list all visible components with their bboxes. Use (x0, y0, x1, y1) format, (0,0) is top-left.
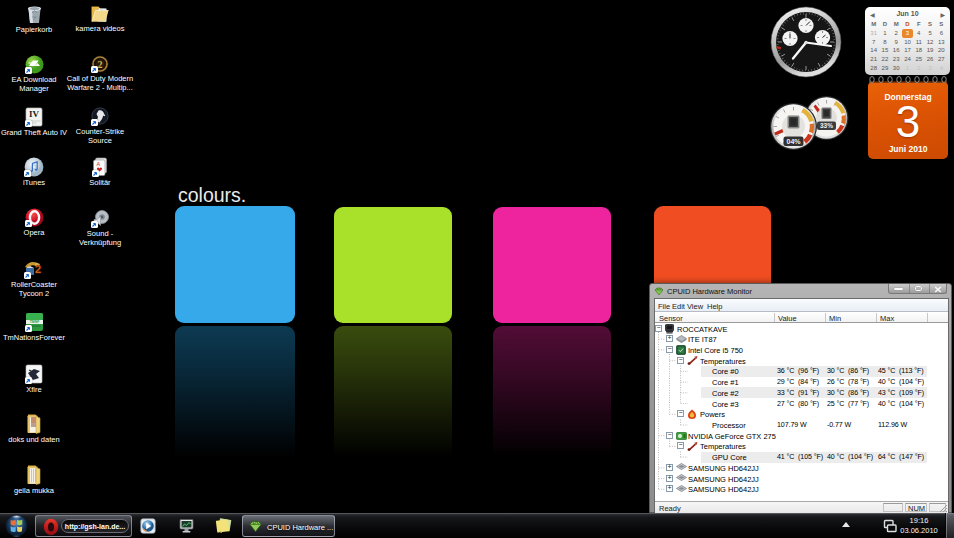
svg-text:IV: IV (29, 109, 40, 119)
svg-text:2: 2 (35, 263, 41, 275)
svg-text:A: A (97, 161, 101, 167)
svg-text:TMNF: TMNF (29, 320, 38, 324)
svg-text:2: 2 (98, 59, 103, 70)
svg-text:04%: 04% (786, 138, 801, 145)
svg-text:33%: 33% (820, 122, 833, 129)
